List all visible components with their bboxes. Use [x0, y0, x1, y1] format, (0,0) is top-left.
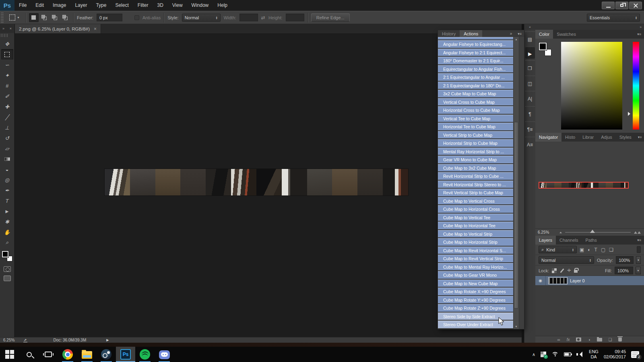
- tool-button[interactable]: ⊥: [1, 122, 13, 133]
- action-button[interactable]: Cube Map to Gear VR Mono: [438, 271, 513, 280]
- action-button[interactable]: Cube Map to Revit Horizontal S...: [438, 247, 513, 255]
- menu-item[interactable]: Window: [187, 0, 213, 11]
- action-button[interactable]: Cube Map to Vertical Strip: [438, 230, 513, 239]
- lock-all-icon[interactable]: [574, 270, 578, 273]
- filter-smart-objects-icon[interactable]: ❏: [609, 247, 613, 253]
- panel-tab[interactable]: Paths: [582, 236, 601, 245]
- action-button[interactable]: 180° Domemaster to 2:1 Equir...: [438, 57, 513, 65]
- hue-slider[interactable]: [633, 42, 639, 130]
- action-button[interactable]: Vertical Tee to Cube Map: [438, 115, 513, 123]
- close-icon[interactable]: ×: [10, 27, 12, 31]
- opacity-input[interactable]: 100%: [616, 256, 634, 264]
- language-indicator[interactable]: ENG DA: [589, 349, 599, 360]
- action-button[interactable]: [438, 37, 513, 40]
- tool-preset-picker[interactable]: ▼: [7, 14, 22, 21]
- expand-dock-icon[interactable]: «: [524, 24, 535, 30]
- tool-button[interactable]: ✒: [1, 185, 13, 195]
- panel-tab[interactable]: Histo: [561, 133, 579, 142]
- menu-item[interactable]: Filter: [133, 0, 153, 11]
- wifi-icon[interactable]: [551, 352, 559, 357]
- action-button[interactable]: Equirectangular to Angular Fish...: [438, 65, 513, 74]
- panel-tab[interactable]: Layers: [535, 236, 556, 245]
- delete-layer-icon[interactable]: [618, 337, 622, 341]
- collapse-dock-icon[interactable]: »: [535, 24, 644, 30]
- filter-adjustment-layers-icon[interactable]: ◐: [588, 247, 590, 253]
- tool-button[interactable]: ╱: [1, 112, 13, 122]
- panel-tab[interactable]: Actions: [460, 30, 482, 37]
- panel-menu-icon[interactable]: ▾≡: [515, 30, 524, 37]
- zoom-in-icon[interactable]: [634, 231, 641, 234]
- height-input[interactable]: [286, 14, 304, 21]
- subtract-selection-button[interactable]: [50, 13, 60, 22]
- restore-button[interactable]: [615, 2, 628, 9]
- panel-tab[interactable]: Color: [535, 30, 553, 39]
- taskbar-discord-button[interactable]: [155, 347, 174, 362]
- action-button[interactable]: Cube Map to Horizontal Cross: [438, 205, 513, 214]
- close-document-icon[interactable]: ×: [94, 26, 97, 32]
- width-input[interactable]: [239, 14, 258, 21]
- tool-button[interactable]: ▱: [1, 143, 13, 154]
- action-button[interactable]: Horizontal Strip to Cube Map: [438, 139, 513, 148]
- fill-input[interactable]: 100%: [615, 267, 633, 274]
- action-button[interactable]: Cube Map to 3x2 Cube Map: [438, 164, 513, 173]
- layer-name[interactable]: Layer 0: [570, 278, 585, 283]
- lock-position-icon[interactable]: ✛: [567, 268, 571, 273]
- panel-tab[interactable]: Channels: [556, 236, 582, 245]
- panel-tab[interactable]: Swatches: [553, 30, 580, 39]
- status-play-icon[interactable]: ▶: [106, 338, 109, 342]
- taskbar-search-button[interactable]: [19, 347, 39, 362]
- action-button[interactable]: Revit Vertical Strip to Cube Map: [438, 189, 513, 197]
- action-button[interactable]: Cube Map Rotate X:+90 Degrees: [438, 288, 513, 296]
- panel-tab[interactable]: History: [438, 30, 460, 37]
- adjustment-layer-icon[interactable]: ◑: [588, 337, 590, 342]
- menu-item[interactable]: Edit: [31, 0, 48, 11]
- tool-button[interactable]: [1, 154, 13, 164]
- action-button[interactable]: Cube Map to Vertical Cross: [438, 197, 513, 206]
- filter-kind-dropdown[interactable]: ⌕ Kind ▲▼: [539, 246, 577, 253]
- action-button[interactable]: 2:1 Equirectangular to Angular ...: [438, 73, 513, 82]
- opacity-dropdown-icon[interactable]: ▼: [636, 256, 641, 264]
- panel-menu-icon[interactable]: ▾≡: [634, 30, 644, 39]
- lock-transparency-icon[interactable]: [552, 268, 557, 273]
- action-button[interactable]: Cube Map Rotate Y:+90 Degrees: [438, 296, 513, 304]
- filter-toggle-switch[interactable]: [637, 246, 641, 253]
- hue-slider-thumb[interactable]: [628, 112, 632, 116]
- workspace-dropdown[interactable]: Essentials ▲▼: [587, 14, 640, 22]
- navigator-zoom-field[interactable]: 6.25%: [535, 230, 556, 234]
- panel-menu-icon[interactable]: ▾≡: [635, 133, 644, 142]
- action-button[interactable]: 3x2 Cube Map to Cube Map: [438, 90, 513, 98]
- collapse-panel-icon[interactable]: »: [507, 30, 516, 37]
- close-button[interactable]: [629, 2, 642, 9]
- panel-tab[interactable]: Styles: [616, 133, 635, 142]
- tool-button[interactable]: ◒: [1, 164, 13, 175]
- add-selection-button[interactable]: [39, 13, 49, 22]
- action-button[interactable]: Cube Map to Horizontal Strip: [438, 238, 513, 247]
- battery-icon[interactable]: [564, 352, 571, 356]
- filter-shape-layers-icon[interactable]: ▢: [601, 247, 605, 253]
- document-tab[interactable]: 2.png @ 6.25% (Layer 0, RGB/8#) ×: [15, 24, 101, 33]
- taskbar-chrome-button[interactable]: [58, 347, 77, 362]
- taskbar-spotify-button[interactable]: [135, 347, 155, 362]
- tool-button[interactable]: [1, 49, 13, 60]
- action-button[interactable]: Revit Horizontal Strip to Cube ...: [438, 172, 513, 181]
- action-button[interactable]: Cube Map to New Cube Map: [438, 280, 513, 288]
- filter-pixel-layers-icon[interactable]: ▣: [580, 247, 584, 253]
- task-view-button[interactable]: [39, 347, 58, 362]
- action-button[interactable]: Cube Map to Vertical Tee: [438, 214, 513, 222]
- action-button[interactable]: Angular Fisheye to Equirectang...: [438, 40, 513, 49]
- tray-expand-icon[interactable]: ∧: [532, 352, 535, 357]
- blend-mode-dropdown[interactable]: Normal ▲▼: [539, 256, 594, 264]
- tool-button[interactable]: ✦: [1, 70, 13, 80]
- menu-item[interactable]: File: [14, 0, 31, 11]
- refine-edge-button[interactable]: Refine Edge...: [311, 13, 350, 22]
- taskbar-steam-button[interactable]: [97, 347, 116, 362]
- fill-dropdown-icon[interactable]: ▼: [636, 267, 641, 274]
- tool-button[interactable]: ✋: [1, 227, 13, 237]
- notification-center-icon[interactable]: 2: [631, 351, 639, 358]
- tool-button[interactable]: ►: [1, 206, 13, 216]
- tool-button[interactable]: ∽: [1, 60, 13, 70]
- taskbar-photoshop-button[interactable]: Ps: [116, 347, 135, 362]
- menu-item[interactable]: View: [168, 0, 187, 11]
- tool-button[interactable]: ✥: [1, 39, 13, 49]
- action-button[interactable]: Revit Horizontal Strip Stereo to ...: [438, 181, 513, 189]
